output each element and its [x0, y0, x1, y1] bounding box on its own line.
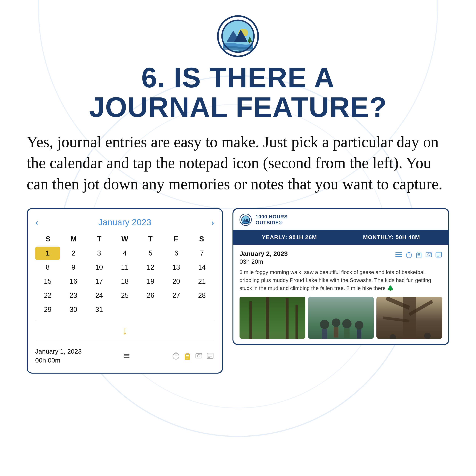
svg-rect-46	[295, 305, 298, 339]
cal-header-thu: T	[138, 233, 163, 245]
cal-day-28[interactable]: 28	[189, 289, 214, 302]
cal-footer-date: January 1, 2023 00h 00m	[35, 347, 82, 365]
cal-weeks: 1 2 3 4 5 6 7 8 9 10 11 12	[35, 247, 214, 316]
journal-photo-1	[239, 297, 306, 339]
svg-point-56	[355, 321, 363, 329]
cal-day-8[interactable]: 8	[35, 261, 60, 274]
cal-day-11[interactable]: 11	[112, 261, 137, 274]
cal-day-10[interactable]: 10	[87, 261, 112, 274]
cal-day-17[interactable]: 17	[87, 275, 112, 288]
page-content: 6. IS THERE A JOURNAL FEATURE? Yes, jour…	[0, 0, 476, 385]
cal-prev-button[interactable]: ‹	[35, 217, 38, 228]
svg-point-50	[320, 320, 329, 329]
cal-day-1[interactable]: 1	[35, 247, 60, 260]
timer-icon[interactable]	[172, 352, 180, 360]
cal-day-19[interactable]: 19	[138, 275, 163, 288]
cal-day-13[interactable]: 13	[164, 261, 189, 274]
cal-header-tue: T	[86, 233, 112, 245]
cal-week-1: 1 2 3 4 5 6 7	[35, 247, 214, 260]
cal-day-24[interactable]: 24	[87, 289, 112, 302]
svg-point-36	[430, 253, 431, 254]
cal-day-26[interactable]: 26	[138, 289, 163, 302]
cal-day-27[interactable]: 27	[164, 289, 189, 302]
svg-rect-59	[403, 297, 416, 339]
screenshots-row: ‹ January 2023 › S M T W T F S	[27, 208, 449, 374]
main-heading: 6. IS THERE A JOURNAL FEATURE?	[89, 63, 387, 122]
svg-rect-37	[436, 252, 442, 257]
cal-day-3[interactable]: 3	[87, 247, 112, 260]
journal-logo	[239, 214, 252, 226]
cal-footer: January 1, 2023 00h 00m	[35, 345, 214, 367]
journal-entry-top: January 2, 2023 03h 20m	[239, 250, 442, 265]
journal-entry-icons	[395, 251, 442, 258]
cal-header-mon: M	[61, 233, 86, 245]
calendar-screenshot: ‹ January 2023 › S M T W T F S	[27, 208, 223, 374]
cal-arrow-down-icon: ↓	[122, 324, 128, 337]
cal-day-16[interactable]: 16	[61, 275, 86, 288]
cal-day-20[interactable]: 20	[164, 275, 189, 288]
svg-rect-45	[286, 298, 289, 339]
journal-header: 1000 HOURS OUTSIDE®	[233, 209, 448, 230]
list-icon[interactable]	[206, 352, 214, 360]
cal-day-7[interactable]: 7	[189, 247, 214, 260]
cal-week-2: 8 9 10 11 12 13 14	[35, 261, 214, 274]
journal-photos	[239, 297, 442, 339]
cal-day-2[interactable]: 2	[61, 247, 86, 260]
journal-photo-icon[interactable]	[425, 251, 432, 258]
cal-day-18[interactable]: 18	[112, 275, 137, 288]
svg-rect-51	[322, 329, 327, 339]
app-logo	[217, 15, 259, 57]
cal-day-23[interactable]: 23	[61, 289, 86, 302]
journal-notepad-icon[interactable]	[415, 251, 423, 258]
cal-arrow-container: ↓	[35, 324, 214, 337]
yearly-stat: YEARLY: 981H 26M	[262, 234, 317, 240]
cal-day-empty-4	[189, 303, 214, 316]
cal-day-empty-2	[138, 303, 163, 316]
svg-rect-49	[308, 297, 374, 339]
journal-entry-duration: 03h 20m	[239, 258, 288, 265]
cal-day-15[interactable]: 15	[35, 275, 60, 288]
cal-week-4: 22 23 24 25 26 27 28	[35, 289, 214, 302]
cal-menu-icon[interactable]	[123, 353, 130, 358]
cal-day-14[interactable]: 14	[189, 261, 214, 274]
journal-timer-icon[interactable]	[405, 251, 413, 258]
notepad-icon-highlighted[interactable]	[183, 352, 191, 360]
cal-day-12[interactable]: 12	[138, 261, 163, 274]
cal-day-21[interactable]: 21	[189, 275, 214, 288]
cal-day-5[interactable]: 5	[138, 247, 163, 260]
svg-point-54	[342, 319, 351, 328]
cal-day-30[interactable]: 30	[61, 303, 86, 316]
cal-day-31[interactable]: 31	[87, 303, 112, 316]
body-paragraph: Yes, journal entries are easy to make. J…	[27, 132, 449, 195]
journal-menu-icon[interactable]	[395, 252, 403, 258]
cal-next-button[interactable]: ›	[211, 217, 214, 228]
cal-day-4[interactable]: 4	[112, 247, 137, 260]
journal-stats-bar: YEARLY: 981H 26M MONTHLY: 50H 48M	[233, 230, 448, 245]
svg-rect-57	[357, 329, 361, 338]
svg-point-35	[428, 254, 430, 256]
photo-icon[interactable]	[195, 352, 203, 360]
journal-list-icon[interactable]	[435, 251, 442, 258]
cal-header-fri: F	[163, 233, 189, 245]
cal-day-empty-3	[164, 303, 189, 316]
journal-brand: 1000 HOURS OUTSIDE®	[255, 214, 288, 226]
cal-day-25[interactable]: 25	[112, 289, 137, 302]
cal-grid: S M T W T F S 1 2 3 4 5	[35, 233, 214, 316]
calendar-header: ‹ January 2023 ›	[35, 217, 214, 228]
svg-point-16	[197, 355, 200, 357]
cal-day-6[interactable]: 6	[164, 247, 189, 260]
cal-day-29[interactable]: 29	[35, 303, 60, 316]
cal-day-empty-1	[112, 303, 137, 316]
svg-point-17	[201, 354, 202, 355]
svg-rect-44	[266, 297, 269, 339]
monthly-stat: MONTHLY: 50H 48M	[363, 234, 420, 240]
svg-rect-55	[344, 328, 350, 338]
cal-footer-icons	[172, 352, 214, 360]
svg-rect-4	[249, 41, 250, 43]
journal-entry-date: January 2, 2023	[239, 250, 288, 257]
cal-day-headers: S M T W T F S	[35, 233, 214, 245]
cal-day-9[interactable]: 9	[61, 261, 86, 274]
cal-header-sat: S	[189, 233, 214, 245]
journal-entry-text: 3 mile foggy morning walk, saw a beautif…	[239, 268, 442, 292]
cal-day-22[interactable]: 22	[35, 289, 60, 302]
